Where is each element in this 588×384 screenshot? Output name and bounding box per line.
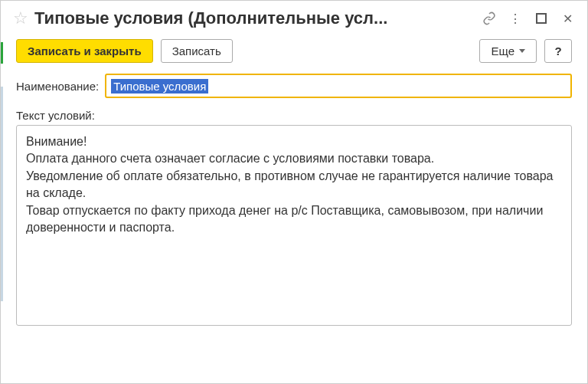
chevron-down-icon xyxy=(519,49,525,53)
conditions-textarea[interactable] xyxy=(16,125,572,326)
title-controls: ⋮ ✕ xyxy=(482,11,575,26)
help-button[interactable]: ? xyxy=(544,39,572,63)
dialog-window: ☆ Типовые условия (Дополнительные усл...… xyxy=(0,0,588,384)
more-button[interactable]: Еще xyxy=(479,39,537,63)
save-button[interactable]: Записать xyxy=(161,39,233,63)
window-title: Типовые условия (Дополнительные усл... xyxy=(34,8,468,28)
name-input[interactable]: Типовые условия xyxy=(105,74,572,98)
save-and-close-button[interactable]: Записать и закрыть xyxy=(16,39,153,63)
decor-left-green xyxy=(1,42,3,64)
name-input-selection: Типовые условия xyxy=(111,79,208,94)
form-area: Наименование: Типовые условия Текст усло… xyxy=(1,71,587,340)
conditions-label: Текст условий: xyxy=(16,109,572,122)
conditions-wrap xyxy=(16,125,572,328)
name-label: Наименование: xyxy=(16,80,99,93)
more-button-label: Еще xyxy=(491,44,514,57)
favorite-star-icon[interactable]: ☆ xyxy=(13,10,28,27)
link-icon[interactable] xyxy=(482,11,497,26)
maximize-button[interactable] xyxy=(534,11,549,26)
toolbar: Записать и закрыть Записать Еще ? xyxy=(1,33,587,71)
decor-left-blue xyxy=(1,87,3,301)
close-button[interactable]: ✕ xyxy=(560,11,575,26)
name-row: Наименование: Типовые условия xyxy=(16,74,572,98)
kebab-menu-icon[interactable]: ⋮ xyxy=(508,11,523,26)
titlebar: ☆ Типовые условия (Дополнительные усл...… xyxy=(1,1,587,33)
